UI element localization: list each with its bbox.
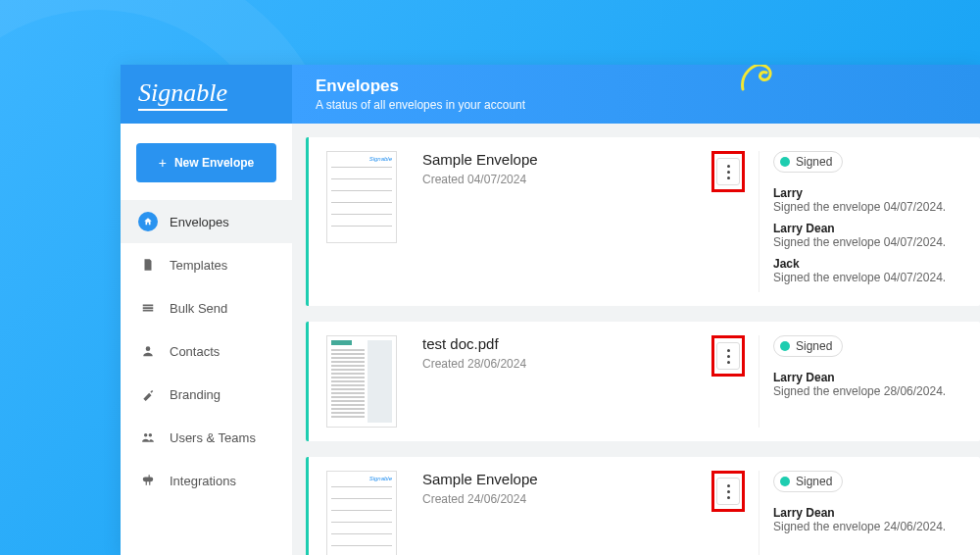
envelope-thumbnail: Signable [326, 151, 397, 243]
sidebar-item-label: Bulk Send [170, 301, 227, 316]
sidebar-item-home[interactable]: Envelopes [121, 200, 292, 243]
sidebar-item-contacts[interactable]: Contacts [121, 329, 292, 373]
sidebar: Signable + New Envelope EnvelopesTemplat… [121, 65, 292, 555]
signer-action: Signed the envelope 28/06/2024. [773, 384, 964, 398]
signer-action: Signed the envelope 04/07/2024. [773, 235, 964, 249]
envelope-card: SignableSample EnvelopeCreated 04/07/202… [306, 137, 980, 306]
status-label: Signed [796, 155, 832, 169]
bulk-icon [138, 298, 158, 318]
envelope-thumbnail [326, 335, 397, 428]
status-badge: Signed [773, 151, 843, 173]
sidebar-item-label: Branding [170, 387, 220, 402]
sidebar-item-users[interactable]: Users & Teams [121, 416, 292, 459]
signer-action: Signed the envelope 24/06/2024. [773, 520, 964, 533]
envelope-card: test doc.pdfCreated 28/06/2024SignedLarr… [306, 322, 980, 441]
status-badge: Signed [773, 471, 843, 492]
branding-icon [138, 384, 158, 404]
envelope-title[interactable]: Sample Envelope [422, 471, 711, 487]
highlight-marker [711, 151, 745, 192]
sidebar-item-label: Templates [170, 258, 227, 273]
envelope-list: SignableSample EnvelopeCreated 04/07/202… [292, 124, 980, 555]
sidebar-item-label: Users & Teams [170, 430, 256, 445]
decorative-swirl [735, 65, 784, 98]
envelope-thumbnail: Signable [326, 471, 397, 555]
brand-logo: Signable [121, 65, 292, 124]
signer-name: Larry Dean [773, 222, 964, 235]
signer-name: Larry [773, 186, 964, 200]
new-envelope-label: New Envelope [174, 156, 254, 170]
new-envelope-button[interactable]: + New Envelope [136, 143, 276, 182]
signer-entry: JackSigned the envelope 04/07/2024. [773, 257, 964, 284]
envelope-actions-menu[interactable] [716, 342, 740, 370]
envelope-card: SignableSample EnvelopeCreated 24/06/202… [306, 457, 980, 555]
signer-action: Signed the envelope 04/07/2024. [773, 271, 964, 284]
envelope-title[interactable]: test doc.pdf [422, 335, 711, 352]
signer-entry: Larry DeanSigned the envelope 28/06/2024… [773, 371, 964, 398]
envelope-actions-menu[interactable] [716, 478, 740, 505]
status-dot-icon [780, 341, 790, 351]
signer-name: Larry Dean [773, 371, 964, 384]
signer-name: Jack [773, 257, 964, 271]
highlight-marker [711, 335, 745, 377]
sidebar-item-bulk[interactable]: Bulk Send [121, 286, 292, 329]
app-window: Signable + New Envelope EnvelopesTemplat… [121, 65, 980, 555]
main: Envelopes A status of all envelopes in y… [292, 65, 980, 555]
signer-action: Signed the envelope 04/07/2024. [773, 200, 964, 214]
envelope-actions-menu[interactable] [716, 158, 740, 185]
home-icon [138, 212, 158, 231]
templates-icon [138, 255, 158, 275]
sidebar-item-templates[interactable]: Templates [121, 243, 292, 286]
sidebar-item-branding[interactable]: Branding [121, 373, 292, 416]
status-badge: Signed [773, 335, 843, 357]
sidebar-item-label: Integrations [170, 474, 236, 488]
brand-text: Signable [138, 78, 227, 111]
page-header: Envelopes A status of all envelopes in y… [292, 65, 980, 124]
users-icon [138, 428, 158, 447]
contacts-icon [138, 341, 158, 361]
envelope-status-panel: SignedLarry DeanSigned the envelope 28/0… [759, 335, 964, 428]
sidebar-item-integrations[interactable]: Integrations [121, 459, 292, 502]
signer-entry: LarrySigned the envelope 04/07/2024. [773, 186, 964, 214]
page-title: Envelopes [316, 76, 956, 96]
sidebar-item-label: Contacts [170, 344, 220, 359]
plus-icon: + [159, 155, 167, 171]
envelope-title[interactable]: Sample Envelope [422, 151, 711, 168]
integrations-icon [138, 471, 158, 490]
envelope-created: Created 24/06/2024 [422, 492, 711, 506]
signer-entry: Larry DeanSigned the envelope 04/07/2024… [773, 222, 964, 249]
status-label: Signed [796, 339, 832, 353]
sidebar-item-label: Envelopes [170, 215, 229, 229]
signer-name: Larry Dean [773, 506, 964, 520]
status-label: Signed [796, 475, 832, 488]
page-subtitle: A status of all envelopes in your accoun… [316, 98, 956, 112]
status-dot-icon [780, 477, 790, 486]
envelope-status-panel: SignedLarry DeanSigned the envelope 24/0… [759, 471, 964, 555]
signer-entry: Larry DeanSigned the envelope 24/06/2024… [773, 506, 964, 533]
envelope-created: Created 04/07/2024 [422, 173, 711, 186]
envelope-status-panel: SignedLarrySigned the envelope 04/07/202… [759, 151, 964, 292]
status-dot-icon [780, 157, 790, 167]
highlight-marker [711, 471, 745, 512]
envelope-created: Created 28/06/2024 [422, 357, 711, 371]
